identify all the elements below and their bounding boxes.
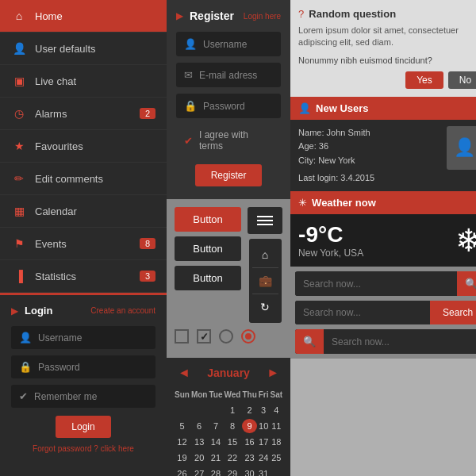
calendar-next-button[interactable]: ► [262, 364, 284, 382]
button-2[interactable]: Button [175, 236, 241, 261]
checkbox-unchecked[interactable] [175, 329, 189, 344]
sidebar-item-calendar[interactable]: ▦ Calendar [0, 195, 167, 228]
calendar-day[interactable]: 1 [224, 403, 240, 417]
register-login-link[interactable]: Login here [244, 12, 281, 21]
button-1[interactable]: Button [175, 207, 241, 232]
register-button[interactable]: Register [195, 164, 263, 186]
play-icon: ▶ [11, 305, 18, 317]
remember-field[interactable]: ✔ Remember me [11, 385, 155, 408]
sidebar-item-events[interactable]: ⚑ Events 8 [0, 228, 167, 260]
radio-checked[interactable] [241, 329, 255, 344]
calendar-day[interactable]: 23 [242, 451, 256, 465]
search-button-1[interactable]: 🔍 [457, 271, 476, 296]
calendar-day[interactable]: 12 [175, 435, 190, 449]
calendar-day[interactable]: 16 [242, 435, 256, 449]
calendar-day[interactable]: 31 [259, 466, 269, 476]
sidebar-item-home[interactable]: ⌂ Home [0, 0, 167, 33]
nu-name: Name: John Smith [298, 126, 440, 140]
register-username-placeholder: Username [203, 39, 247, 50]
hamburger-button[interactable] [248, 207, 282, 234]
controls-panel: Button Button Button ⌂ 💼 ↻ [167, 199, 290, 358]
calendar-day[interactable]: 4 [271, 403, 283, 417]
calendar-day[interactable]: 27 [191, 466, 208, 476]
sidebar-item-statistics[interactable]: ▐ Statistics 3 [0, 260, 167, 293]
yes-button[interactable]: Yes [405, 71, 443, 89]
calendar-day[interactable]: 15 [224, 435, 240, 449]
search-button-2[interactable]: Search [430, 301, 476, 324]
calendar-day[interactable]: 20 [191, 451, 208, 465]
login-button[interactable]: Login [56, 416, 110, 438]
calendar-day[interactable]: 19 [175, 451, 190, 465]
search-input-3[interactable] [324, 330, 476, 354]
calendar-day[interactable]: 18 [271, 435, 283, 449]
no-button[interactable]: No [448, 71, 476, 89]
rq-title: Random question [309, 8, 396, 20]
calendar-day[interactable]: 25 [271, 451, 283, 465]
sidebar-item-live-chat[interactable]: ▣ Live chat [0, 65, 167, 98]
rq-subtext: Nonummy nibh euismod tincidunt? [298, 56, 476, 65]
home-icon: ⌂ [11, 8, 27, 24]
username-placeholder: Username [38, 332, 82, 344]
sidebar-item-label: Statistics [35, 271, 140, 282]
briefcase-icon[interactable]: 💼 [252, 268, 278, 294]
calendar-day[interactable]: 22 [224, 451, 240, 465]
calendar-day[interactable]: 14 [209, 435, 222, 449]
calendar-day[interactable]: 26 [175, 466, 190, 476]
sidebar-item-label: Calendar [35, 205, 155, 217]
statistics-icon: ▐ [11, 268, 27, 284]
search-input-2[interactable] [295, 301, 430, 324]
calendar-day[interactable]: 10 [259, 419, 269, 433]
agree-label: I agree with terms [199, 129, 273, 152]
calendar-prev-button[interactable]: ◄ [173, 364, 195, 382]
nu-header: 👤 New Users [290, 97, 476, 120]
checkbox-checked[interactable] [197, 329, 211, 344]
calendar-day[interactable]: 13 [191, 435, 208, 449]
calendar-day[interactable]: 11 [271, 419, 283, 433]
forgot-password: Forgot password ? click here [11, 444, 155, 453]
search-input-1[interactable] [295, 272, 457, 296]
calendar-day[interactable]: 30 [242, 466, 256, 476]
nu-avatar: 👤 [447, 126, 476, 170]
button-3[interactable]: Button [175, 266, 241, 290]
calendar-day[interactable]: 5 [175, 419, 190, 433]
refresh-icon[interactable]: ↻ [252, 294, 278, 320]
sidebar-item-user-defaults[interactable]: 👤 User defaults [0, 33, 167, 65]
alarm-badge: 2 [140, 108, 155, 119]
register-password-field[interactable]: 🔒 Password [176, 94, 281, 118]
radio-unchecked[interactable] [219, 329, 233, 344]
create-account-link[interactable]: Create an account [90, 306, 155, 315]
sidebar-item-label: Events [35, 238, 140, 250]
calendar-day[interactable]: 3 [259, 403, 269, 417]
weather-info: -9°C New York, USA [298, 222, 363, 259]
home-nav-icon[interactable]: ⌂ [252, 242, 278, 268]
calendar-day[interactable]: 2 [242, 403, 256, 417]
sidebar-item-alarms[interactable]: ◷ Alarms 2 [0, 98, 167, 130]
calendar-day [175, 403, 190, 417]
calendar-day[interactable]: 24 [259, 451, 269, 465]
user-icon: 👤 [11, 40, 27, 56]
calendar-day[interactable]: 29 [224, 466, 240, 476]
calendar-day[interactable]: 21 [209, 451, 222, 465]
forgot-link[interactable]: click here [101, 444, 134, 453]
calendar-day[interactable]: 6 [191, 419, 208, 433]
register-agree-row[interactable]: ✔ I agree with terms [176, 125, 281, 156]
calendar-day[interactable]: 7 [209, 419, 222, 433]
button-column: Button Button Button [175, 207, 241, 290]
calendar-day[interactable]: 28 [209, 466, 222, 476]
button-row: Button Button Button ⌂ 💼 ↻ [175, 207, 282, 323]
calendar-day[interactable]: 9 [242, 419, 256, 433]
register-email-icon: ✉ [184, 69, 193, 81]
sidebar-item-label: Alarms [35, 108, 140, 120]
cal-header-tue: Tue [209, 388, 222, 401]
hamburger-line [257, 216, 273, 217]
calendar-day[interactable]: 8 [224, 419, 240, 433]
username-field[interactable]: 👤 Username [11, 326, 155, 349]
calendar-day[interactable]: 17 [259, 435, 269, 449]
sidebar-item-favourites[interactable]: ★ Favourites [0, 130, 167, 163]
sidebar-item-edit-comments[interactable]: ✏ Edit comments [0, 163, 167, 195]
register-email-field[interactable]: ✉ E-mail adress [176, 63, 281, 87]
lock-icon: 🔒 [19, 361, 32, 373]
password-field[interactable]: 🔒 Password [11, 355, 155, 378]
register-username-field[interactable]: 👤 Username [176, 32, 281, 56]
search-row-1: 🔍 [295, 271, 476, 296]
